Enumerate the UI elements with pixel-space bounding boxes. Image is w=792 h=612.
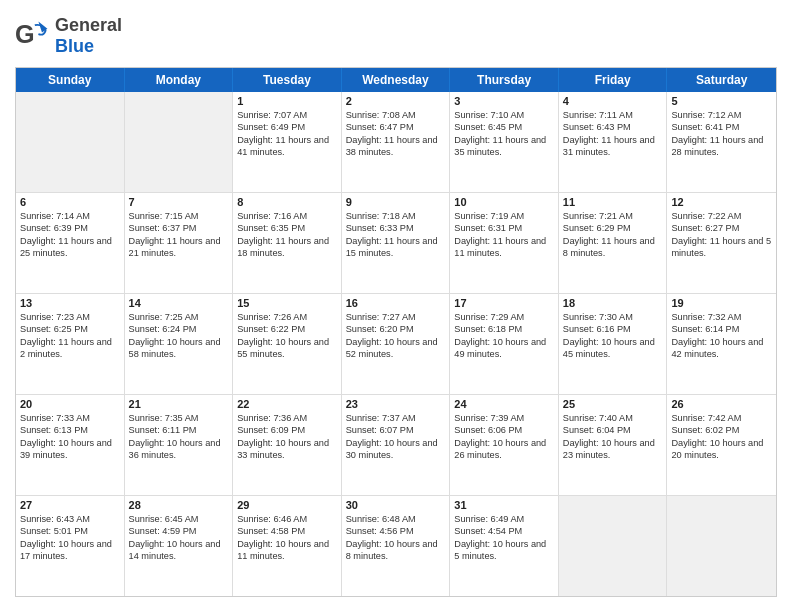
calendar-cell: 30Sunrise: 6:48 AMSunset: 4:56 PMDayligh… bbox=[342, 496, 451, 596]
day-number: 17 bbox=[454, 297, 554, 309]
calendar-body: 1Sunrise: 7:07 AMSunset: 6:49 PMDaylight… bbox=[16, 92, 776, 596]
calendar-cell: 17Sunrise: 7:29 AMSunset: 6:18 PMDayligh… bbox=[450, 294, 559, 394]
day-number: 1 bbox=[237, 95, 337, 107]
day-number: 15 bbox=[237, 297, 337, 309]
daylight-text: Daylight: 10 hours and 17 minutes. bbox=[20, 538, 120, 563]
sunset-text: Sunset: 6:24 PM bbox=[129, 323, 229, 335]
daylight-text: Daylight: 10 hours and 33 minutes. bbox=[237, 437, 337, 462]
daylight-text: Daylight: 10 hours and 5 minutes. bbox=[454, 538, 554, 563]
sunrise-text: Sunrise: 7:37 AM bbox=[346, 412, 446, 424]
day-number: 16 bbox=[346, 297, 446, 309]
sunset-text: Sunset: 6:37 PM bbox=[129, 222, 229, 234]
sunrise-text: Sunrise: 7:14 AM bbox=[20, 210, 120, 222]
daylight-text: Daylight: 11 hours and 21 minutes. bbox=[129, 235, 229, 260]
day-number: 6 bbox=[20, 196, 120, 208]
calendar-cell: 23Sunrise: 7:37 AMSunset: 6:07 PMDayligh… bbox=[342, 395, 451, 495]
calendar-cell: 31Sunrise: 6:49 AMSunset: 4:54 PMDayligh… bbox=[450, 496, 559, 596]
weekday-header: Friday bbox=[559, 68, 668, 92]
calendar-cell: 8Sunrise: 7:16 AMSunset: 6:35 PMDaylight… bbox=[233, 193, 342, 293]
calendar-row: 13Sunrise: 7:23 AMSunset: 6:25 PMDayligh… bbox=[16, 294, 776, 395]
daylight-text: Daylight: 11 hours and 41 minutes. bbox=[237, 134, 337, 159]
sunrise-text: Sunrise: 6:48 AM bbox=[346, 513, 446, 525]
sunrise-text: Sunrise: 7:21 AM bbox=[563, 210, 663, 222]
day-number: 2 bbox=[346, 95, 446, 107]
sunset-text: Sunset: 6:31 PM bbox=[454, 222, 554, 234]
day-number: 3 bbox=[454, 95, 554, 107]
sunrise-text: Sunrise: 7:33 AM bbox=[20, 412, 120, 424]
sunrise-text: Sunrise: 7:12 AM bbox=[671, 109, 772, 121]
svg-text:G: G bbox=[15, 20, 35, 48]
day-number: 11 bbox=[563, 196, 663, 208]
sunrise-text: Sunrise: 7:39 AM bbox=[454, 412, 554, 424]
weekday-header: Sunday bbox=[16, 68, 125, 92]
calendar-cell bbox=[667, 496, 776, 596]
sunset-text: Sunset: 4:54 PM bbox=[454, 525, 554, 537]
daylight-text: Daylight: 11 hours and 28 minutes. bbox=[671, 134, 772, 159]
sunset-text: Sunset: 6:39 PM bbox=[20, 222, 120, 234]
day-number: 14 bbox=[129, 297, 229, 309]
calendar-cell: 22Sunrise: 7:36 AMSunset: 6:09 PMDayligh… bbox=[233, 395, 342, 495]
sunrise-text: Sunrise: 7:36 AM bbox=[237, 412, 337, 424]
calendar-cell: 13Sunrise: 7:23 AMSunset: 6:25 PMDayligh… bbox=[16, 294, 125, 394]
daylight-text: Daylight: 11 hours and 2 minutes. bbox=[20, 336, 120, 361]
day-number: 9 bbox=[346, 196, 446, 208]
weekday-header: Thursday bbox=[450, 68, 559, 92]
day-number: 24 bbox=[454, 398, 554, 410]
calendar-cell: 11Sunrise: 7:21 AMSunset: 6:29 PMDayligh… bbox=[559, 193, 668, 293]
sunset-text: Sunset: 6:02 PM bbox=[671, 424, 772, 436]
sunrise-text: Sunrise: 6:43 AM bbox=[20, 513, 120, 525]
logo: G General Blue bbox=[15, 15, 122, 57]
daylight-text: Daylight: 10 hours and 14 minutes. bbox=[129, 538, 229, 563]
daylight-text: Daylight: 10 hours and 45 minutes. bbox=[563, 336, 663, 361]
calendar-cell: 16Sunrise: 7:27 AMSunset: 6:20 PMDayligh… bbox=[342, 294, 451, 394]
sunrise-text: Sunrise: 6:45 AM bbox=[129, 513, 229, 525]
calendar-cell: 29Sunrise: 6:46 AMSunset: 4:58 PMDayligh… bbox=[233, 496, 342, 596]
sunset-text: Sunset: 6:27 PM bbox=[671, 222, 772, 234]
sunset-text: Sunset: 6:35 PM bbox=[237, 222, 337, 234]
day-number: 21 bbox=[129, 398, 229, 410]
sunset-text: Sunset: 6:14 PM bbox=[671, 323, 772, 335]
sunset-text: Sunset: 6:45 PM bbox=[454, 121, 554, 133]
sunrise-text: Sunrise: 7:32 AM bbox=[671, 311, 772, 323]
calendar-cell: 15Sunrise: 7:26 AMSunset: 6:22 PMDayligh… bbox=[233, 294, 342, 394]
sunrise-text: Sunrise: 6:49 AM bbox=[454, 513, 554, 525]
sunset-text: Sunset: 6:41 PM bbox=[671, 121, 772, 133]
daylight-text: Daylight: 10 hours and 8 minutes. bbox=[346, 538, 446, 563]
sunrise-text: Sunrise: 6:46 AM bbox=[237, 513, 337, 525]
sunrise-text: Sunrise: 7:18 AM bbox=[346, 210, 446, 222]
sunrise-text: Sunrise: 7:29 AM bbox=[454, 311, 554, 323]
daylight-text: Daylight: 11 hours and 15 minutes. bbox=[346, 235, 446, 260]
daylight-text: Daylight: 10 hours and 49 minutes. bbox=[454, 336, 554, 361]
sunset-text: Sunset: 6:33 PM bbox=[346, 222, 446, 234]
sunrise-text: Sunrise: 7:22 AM bbox=[671, 210, 772, 222]
daylight-text: Daylight: 10 hours and 23 minutes. bbox=[563, 437, 663, 462]
daylight-text: Daylight: 11 hours and 35 minutes. bbox=[454, 134, 554, 159]
sunset-text: Sunset: 6:16 PM bbox=[563, 323, 663, 335]
sunrise-text: Sunrise: 7:19 AM bbox=[454, 210, 554, 222]
calendar-cell: 1Sunrise: 7:07 AMSunset: 6:49 PMDaylight… bbox=[233, 92, 342, 192]
daylight-text: Daylight: 11 hours and 18 minutes. bbox=[237, 235, 337, 260]
calendar-cell: 14Sunrise: 7:25 AMSunset: 6:24 PMDayligh… bbox=[125, 294, 234, 394]
calendar-cell bbox=[16, 92, 125, 192]
calendar-cell: 5Sunrise: 7:12 AMSunset: 6:41 PMDaylight… bbox=[667, 92, 776, 192]
sunset-text: Sunset: 6:07 PM bbox=[346, 424, 446, 436]
weekday-header: Saturday bbox=[667, 68, 776, 92]
sunrise-text: Sunrise: 7:35 AM bbox=[129, 412, 229, 424]
daylight-text: Daylight: 10 hours and 26 minutes. bbox=[454, 437, 554, 462]
calendar-row: 6Sunrise: 7:14 AMSunset: 6:39 PMDaylight… bbox=[16, 193, 776, 294]
sunset-text: Sunset: 6:18 PM bbox=[454, 323, 554, 335]
day-number: 18 bbox=[563, 297, 663, 309]
sunset-text: Sunset: 6:20 PM bbox=[346, 323, 446, 335]
calendar-cell: 28Sunrise: 6:45 AMSunset: 4:59 PMDayligh… bbox=[125, 496, 234, 596]
day-number: 8 bbox=[237, 196, 337, 208]
sunrise-text: Sunrise: 7:27 AM bbox=[346, 311, 446, 323]
sunset-text: Sunset: 6:11 PM bbox=[129, 424, 229, 436]
sunset-text: Sunset: 6:29 PM bbox=[563, 222, 663, 234]
sunrise-text: Sunrise: 7:08 AM bbox=[346, 109, 446, 121]
calendar-cell bbox=[125, 92, 234, 192]
daylight-text: Daylight: 10 hours and 30 minutes. bbox=[346, 437, 446, 462]
daylight-text: Daylight: 10 hours and 52 minutes. bbox=[346, 336, 446, 361]
calendar-cell: 10Sunrise: 7:19 AMSunset: 6:31 PMDayligh… bbox=[450, 193, 559, 293]
calendar-row: 1Sunrise: 7:07 AMSunset: 6:49 PMDaylight… bbox=[16, 92, 776, 193]
sunset-text: Sunset: 6:22 PM bbox=[237, 323, 337, 335]
